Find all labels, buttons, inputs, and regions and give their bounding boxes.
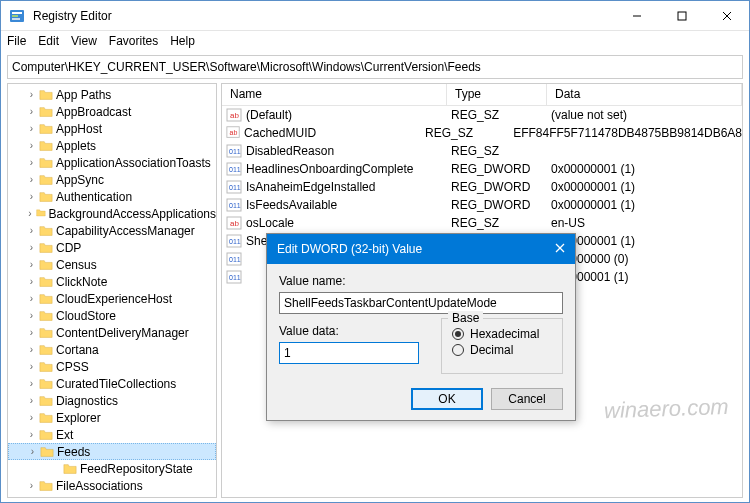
expand-icon[interactable]: › — [26, 242, 37, 253]
tree-item[interactable]: ›Census — [8, 256, 216, 273]
expand-icon[interactable]: › — [26, 259, 37, 270]
col-data[interactable]: Data — [547, 84, 742, 105]
expand-icon[interactable]: › — [26, 327, 37, 338]
expand-icon[interactable]: › — [26, 310, 37, 321]
tree-item[interactable]: ›Explorer — [8, 409, 216, 426]
tree-item-label: AppSync — [56, 173, 104, 187]
folder-icon — [39, 326, 53, 340]
folder-icon — [39, 105, 53, 119]
address-bar[interactable]: Computer\HKEY_CURRENT_USER\Software\Micr… — [7, 55, 743, 79]
cell-data: en-US — [551, 216, 742, 230]
tree-item[interactable]: ›Authentication — [8, 188, 216, 205]
maximize-button[interactable] — [659, 1, 704, 30]
expand-icon[interactable]: › — [26, 89, 37, 100]
expand-icon[interactable]: › — [26, 378, 37, 389]
list-row[interactable]: 011IsAnaheimEdgeInstalledREG_DWORD0x0000… — [222, 178, 742, 196]
svg-text:011: 011 — [229, 256, 241, 263]
expand-icon[interactable]: › — [26, 429, 37, 440]
tree-item[interactable]: ›Diagnostics — [8, 392, 216, 409]
expand-icon[interactable]: › — [26, 157, 37, 168]
tree-item[interactable]: ›BackgroundAccessApplications — [8, 205, 216, 222]
tree-item[interactable]: ›CDP — [8, 239, 216, 256]
tree-item[interactable]: ›Cortana — [8, 341, 216, 358]
tree-item[interactable]: ›CuratedTileCollections — [8, 375, 216, 392]
tree-item[interactable]: ›ContentDeliveryManager — [8, 324, 216, 341]
tree-item[interactable]: ›FileAssociations — [8, 477, 216, 494]
dialog-close-button[interactable] — [525, 242, 565, 256]
list-row[interactable]: 011IsFeedsAvailableREG_DWORD0x00000001 (… — [222, 196, 742, 214]
folder-icon — [39, 292, 53, 306]
value-icon: ab — [226, 125, 240, 141]
base-label: Base — [448, 311, 483, 325]
expand-icon[interactable]: › — [26, 191, 37, 202]
tree-item[interactable]: ›CPSS — [8, 358, 216, 375]
expand-icon[interactable]: › — [26, 293, 37, 304]
value-data-input[interactable] — [279, 342, 419, 364]
tree-item-label: Feeds — [57, 445, 90, 459]
expand-icon[interactable]: › — [26, 361, 37, 372]
tree-item-label: ContentDeliveryManager — [56, 326, 189, 340]
expand-icon[interactable]: › — [26, 123, 37, 134]
expand-icon[interactable]: › — [26, 225, 37, 236]
tree-pane[interactable]: ›App Paths›AppBroadcast›AppHost›Applets›… — [7, 83, 217, 498]
list-row[interactable]: 011DisabledReasonREG_SZ — [222, 142, 742, 160]
tree-item[interactable]: ›CapabilityAccessManager — [8, 222, 216, 239]
menu-edit[interactable]: Edit — [38, 34, 59, 48]
tree-item[interactable]: ›AppSync — [8, 171, 216, 188]
menu-help[interactable]: Help — [170, 34, 195, 48]
tree-item[interactable]: ›App Paths — [8, 86, 216, 103]
expand-icon[interactable]: › — [26, 276, 37, 287]
tree-item[interactable]: ›Ext — [8, 426, 216, 443]
menu-view[interactable]: View — [71, 34, 97, 48]
tree-item[interactable]: ›ClickNote — [8, 273, 216, 290]
expand-icon[interactable]: › — [26, 412, 37, 423]
col-type[interactable]: Type — [447, 84, 547, 105]
folder-icon — [39, 428, 53, 442]
tree-item[interactable]: ›AppHost — [8, 120, 216, 137]
dialog-titlebar: Edit DWORD (32-bit) Value — [267, 234, 575, 264]
col-name[interactable]: Name — [222, 84, 447, 105]
list-row[interactable]: 011HeadlinesOnboardingCompleteREG_DWORD0… — [222, 160, 742, 178]
expand-icon[interactable]: › — [26, 344, 37, 355]
regedit-icon — [9, 8, 25, 24]
value-icon: 011 — [226, 161, 242, 177]
folder-icon — [39, 411, 53, 425]
list-row[interactable]: abCachedMUIDREG_SZEFF84FF5F711478DB4875B… — [222, 124, 742, 142]
expand-icon[interactable]: › — [26, 208, 34, 219]
tree-item[interactable]: FeedRepositoryState — [8, 460, 216, 477]
tree-item-label: Cortana — [56, 343, 99, 357]
list-row[interactable]: ab(Default)REG_SZ(value not set) — [222, 106, 742, 124]
expand-icon[interactable]: › — [26, 395, 37, 406]
expand-icon[interactable]: › — [26, 480, 37, 491]
tree-item[interactable]: ›Feeds — [8, 443, 216, 460]
radio-decimal[interactable]: Decimal — [452, 343, 552, 357]
tree-item-label: ClickNote — [56, 275, 107, 289]
tree-item[interactable]: ›CloudStore — [8, 307, 216, 324]
minimize-button[interactable] — [614, 1, 659, 30]
close-button[interactable] — [704, 1, 749, 30]
expand-icon[interactable]: › — [26, 140, 37, 151]
menu-file[interactable]: File — [7, 34, 26, 48]
tree-item[interactable]: ›AppBroadcast — [8, 103, 216, 120]
folder-icon — [39, 258, 53, 272]
menu-favorites[interactable]: Favorites — [109, 34, 158, 48]
svg-text:011: 011 — [229, 274, 241, 281]
radio-hexadecimal[interactable]: Hexadecimal — [452, 327, 552, 341]
ok-button[interactable]: OK — [411, 388, 483, 410]
expand-icon[interactable]: › — [27, 446, 38, 457]
cell-data: x00000000 (0) — [551, 252, 742, 266]
tree-item[interactable]: ›Applets — [8, 137, 216, 154]
tree-item-label: FileAssociations — [56, 479, 143, 493]
cancel-button[interactable]: Cancel — [491, 388, 563, 410]
expand-icon[interactable]: › — [26, 106, 37, 117]
list-row[interactable]: abosLocaleREG_SZen-US — [222, 214, 742, 232]
value-name-input[interactable] — [279, 292, 563, 314]
expand-icon[interactable]: › — [26, 174, 37, 185]
cell-name: HeadlinesOnboardingComplete — [246, 162, 451, 176]
tree-item-label: AppBroadcast — [56, 105, 131, 119]
tree-item[interactable]: ›ApplicationAssociationToasts — [8, 154, 216, 171]
folder-icon — [39, 241, 53, 255]
value-icon: 011 — [226, 179, 242, 195]
tree-item-label: FeedRepositoryState — [80, 462, 193, 476]
tree-item[interactable]: ›CloudExperienceHost — [8, 290, 216, 307]
